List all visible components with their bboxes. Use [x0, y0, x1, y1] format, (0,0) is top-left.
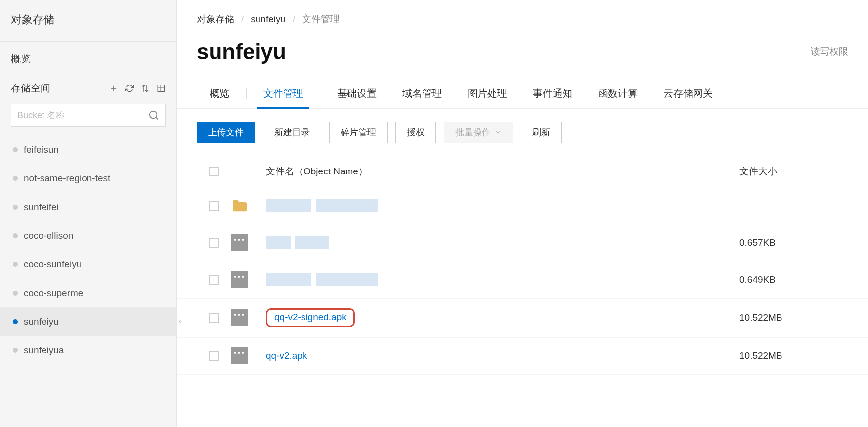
bucket-item-label: sunfeiyu — [24, 316, 59, 327]
file-name-link[interactable]: ████████████████ — [266, 273, 378, 286]
bucket-item[interactable]: feifeisun — [0, 135, 176, 164]
bucket-search-input[interactable] — [17, 110, 148, 121]
bucket-item[interactable]: not-same-region-test — [0, 164, 176, 193]
table-row: •••████████████████0.649KB — [177, 261, 868, 299]
table-body: ████████████████•••64d25e6123d0.657KB•••… — [177, 187, 868, 375]
bucket-status-dot — [13, 147, 18, 152]
toolbar: 上传文件 新建目录 碎片管理 授权 批量操作 刷新 — [177, 109, 868, 156]
highlight-annotation: qq-v2-signed.apk — [266, 308, 355, 327]
bucket-item-label: feifeisun — [24, 144, 59, 155]
table-row: •••64d25e6123d0.657KB — [177, 224, 868, 261]
select-all-col — [197, 167, 231, 176]
authorize-button[interactable]: 授权 — [395, 122, 436, 143]
file-icon: ••• — [231, 309, 248, 326]
sidebar-collapse-handle[interactable] — [174, 311, 186, 331]
expand-icon[interactable] — [157, 84, 166, 93]
batch-button-label: 批量操作 — [455, 127, 491, 138]
refresh-icon[interactable] — [125, 84, 134, 93]
bucket-item[interactable]: sunfeiyua — [0, 336, 176, 365]
new-folder-button[interactable]: 新建目录 — [263, 122, 321, 143]
row-checkbox[interactable] — [209, 275, 219, 285]
sidebar-overview-link[interactable]: 概览 — [0, 42, 176, 77]
file-icon: ••• — [231, 347, 248, 364]
file-size: 10.522MB — [739, 350, 848, 361]
tab[interactable]: 云存储网关 — [651, 79, 726, 108]
row-checkbox[interactable] — [209, 313, 219, 323]
bucket-status-dot — [13, 233, 18, 238]
upload-button[interactable]: 上传文件 — [197, 122, 255, 143]
column-header-name[interactable]: 文件名（Object Name） — [266, 165, 739, 178]
row-checkbox[interactable] — [209, 201, 219, 211]
bucket-item-label: coco-ellison — [24, 230, 73, 241]
svg-point-3 — [150, 111, 157, 119]
breadcrumb-root[interactable]: 对象存储 — [197, 13, 234, 26]
folder-icon — [231, 197, 248, 214]
file-name-link[interactable]: 64d25e6123d — [266, 236, 329, 249]
bucket-status-dot — [13, 205, 18, 210]
breadcrumb: 对象存储 / sunfeiyu / 文件管理 — [177, 0, 868, 31]
search-icon[interactable] — [148, 110, 159, 121]
bucket-status-dot — [13, 291, 18, 296]
bucket-item-label: sunfeiyua — [24, 345, 64, 356]
file-name-link[interactable]: qq-v2.apk — [266, 350, 307, 361]
table-row: •••qq-v2-signed.apk10.522MB — [177, 299, 868, 338]
table-row: •••qq-v2.apk10.522MB — [177, 338, 868, 375]
tabs: 概览文件管理基础设置域名管理图片处理事件通知函数计算云存储网关 — [177, 79, 868, 109]
bucket-list: feifeisunnot-same-region-testsunfeifeico… — [0, 135, 176, 427]
bucket-item[interactable]: coco-superme — [0, 279, 176, 307]
file-icon: ••• — [231, 234, 248, 251]
breadcrumb-sep: / — [241, 14, 244, 25]
batch-button: 批量操作 — [444, 122, 513, 143]
sort-icon[interactable] — [141, 84, 150, 93]
tab[interactable]: 函数计算 — [585, 79, 651, 108]
refresh-button[interactable]: 刷新 — [521, 122, 562, 143]
permission-label[interactable]: 读写权限 — [811, 45, 848, 58]
tab[interactable]: 域名管理 — [390, 79, 455, 108]
sidebar-header-icons — [109, 84, 166, 93]
sidebar-storage-header: 存储空间 — [0, 77, 176, 104]
file-icon: ••• — [231, 271, 248, 288]
tab[interactable]: 基础设置 — [324, 79, 390, 108]
bucket-status-dot — [13, 348, 18, 353]
tab[interactable]: 概览 — [197, 79, 242, 108]
fragment-button[interactable]: 碎片管理 — [329, 122, 388, 143]
tab-separator — [320, 88, 320, 99]
main-content: 对象存储 / sunfeiyu / 文件管理 sunfeiyu 读写权限 概览文… — [177, 0, 868, 427]
chevron-down-icon — [495, 129, 502, 136]
bucket-item[interactable]: coco-ellison — [0, 221, 176, 250]
svg-rect-2 — [158, 85, 165, 92]
row-checkbox[interactable] — [209, 351, 219, 361]
table-row: ████████████████ — [177, 187, 868, 224]
breadcrumb-bucket[interactable]: sunfeiyu — [251, 14, 286, 25]
tab[interactable]: 事件通知 — [520, 79, 585, 108]
breadcrumb-sep: / — [293, 14, 295, 25]
sidebar-title: 对象存储 — [0, 0, 176, 42]
row-checkbox[interactable] — [209, 238, 219, 248]
bucket-item-label: sunfeifei — [24, 202, 59, 213]
plus-icon[interactable] — [109, 84, 118, 93]
bucket-item[interactable]: sunfeifei — [0, 193, 176, 221]
tab-separator — [246, 88, 247, 99]
select-all-checkbox[interactable] — [209, 167, 219, 176]
table-header: 文件名（Object Name） 文件大小 — [177, 156, 868, 187]
bucket-status-dot — [13, 319, 18, 324]
tab[interactable]: 文件管理 — [251, 79, 316, 108]
bucket-item-label: not-same-region-test — [24, 173, 110, 184]
bucket-item-label: coco-superme — [24, 288, 83, 299]
bucket-item[interactable]: sunfeiyu — [0, 307, 176, 336]
column-header-size[interactable]: 文件大小 — [739, 165, 848, 178]
bucket-item-label: coco-sunfeiyu — [24, 259, 82, 270]
sidebar-storage-label: 存储空间 — [11, 82, 109, 95]
bucket-status-dot — [13, 176, 18, 181]
page-header: sunfeiyu 读写权限 — [177, 31, 868, 79]
page-title: sunfeiyu — [197, 40, 286, 64]
file-name-link[interactable]: ████████████████ — [266, 199, 378, 212]
file-size: 10.522MB — [739, 312, 848, 323]
bucket-search-box — [11, 104, 166, 127]
file-size: 0.657KB — [739, 237, 848, 248]
bucket-status-dot — [13, 262, 18, 267]
tab[interactable]: 图片处理 — [455, 79, 520, 108]
breadcrumb-section: 文件管理 — [302, 13, 340, 26]
bucket-item[interactable]: coco-sunfeiyu — [0, 250, 176, 279]
file-name-link[interactable]: qq-v2-signed.apk — [274, 312, 347, 322]
